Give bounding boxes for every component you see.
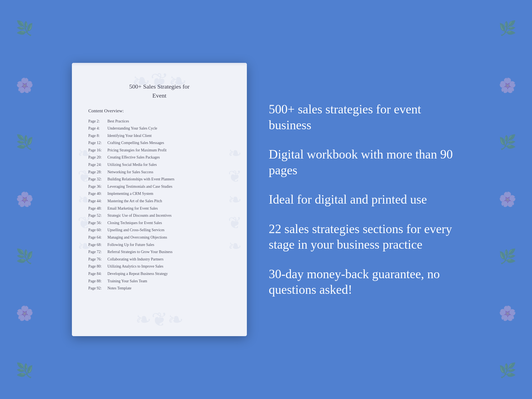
toc-title: Creating Effective Sales Packages [107, 155, 160, 159]
table-of-contents: Page 2:Best PracticesPage 4:Understandin… [88, 118, 230, 292]
toc-title: Leveraging Testimonials and Case Studies [107, 184, 173, 189]
toc-item: Page 16:Pricing Strategies for Maximum P… [88, 146, 230, 154]
floral-icon: 🌿 [499, 363, 516, 378]
toc-item: Page 2:Best Practices [88, 118, 230, 125]
toc-title: Implementing a CRM System [107, 192, 153, 196]
toc-item: Page 56:Closing Techniques for Event Sal… [88, 219, 230, 227]
toc-page-number: Page 72: [88, 249, 107, 255]
toc-page-number: Page 56: [88, 220, 107, 226]
toc-page-number: Page 68: [88, 242, 107, 248]
toc-page-number: Page 64: [88, 235, 107, 240]
toc-page-number: Page 36: [88, 184, 107, 189]
toc-title: Closing Techniques for Event Sales [107, 221, 162, 225]
toc-title: Managing and Overcoming Objections [107, 235, 167, 239]
toc-page-number: Page 76: [88, 257, 107, 262]
toc-title: Utilizing Analytics to Improve Sales [107, 264, 163, 268]
toc-title: Crafting Compelling Sales Messages [107, 141, 164, 145]
document-mockup: ❧❦❧ ❧ ❦ ❧ ❦ ❧ ❧ ❦ ❧ ❦ ❧ ❧❦❧ 500+ Sales S… [72, 63, 247, 336]
toc-title: Developing a Repeat Business Strategy [107, 272, 168, 276]
toc-item: Page 32:Building Relationships with Even… [88, 176, 230, 183]
toc-title: Training Your Sales Team [107, 279, 147, 283]
toc-item: Page 92:Notes Template [88, 285, 230, 292]
toc-title: Identifying Your Ideal Client [107, 134, 152, 138]
toc-title: Following Up for Future Sales [107, 243, 154, 247]
toc-page-number: Page 20: [88, 155, 107, 160]
toc-item: Page 12:Crafting Compelling Sales Messag… [88, 139, 230, 147]
toc-item: Page 52:Strategic Use of Discounts and I… [88, 212, 230, 219]
toc-item: Page 48:Email Marketing for Event Sales [88, 205, 230, 212]
main-container: ❧❦❧ ❧ ❦ ❧ ❦ ❧ ❧ ❦ ❧ ❦ ❧ ❧❦❧ 500+ Sales S… [0, 63, 532, 336]
toc-item: Page 72:Referral Strategies to Grow Your… [88, 248, 230, 256]
features-panel: 500+ sales strategies for event business… [269, 101, 460, 298]
toc-page-number: Page 16: [88, 148, 107, 153]
toc-item: Page 20:Creating Effective Sales Package… [88, 154, 230, 161]
toc-page-number: Page 2: [88, 119, 107, 124]
toc-item: Page 80:Utilizing Analytics to Improve S… [88, 263, 230, 270]
toc-page-number: Page 52: [88, 213, 107, 218]
toc-item: Page 76:Collaborating with Industry Part… [88, 256, 230, 263]
floral-icon: 🌿 [499, 21, 516, 36]
toc-item: Page 84:Developing a Repeat Business Str… [88, 270, 230, 277]
toc-item: Page 28:Networking for Sales Success [88, 168, 230, 176]
feature-text: Ideal for digital and printed use [269, 192, 460, 207]
toc-item: Page 68:Following Up for Future Sales [88, 241, 230, 248]
toc-page-number: Page 40: [88, 191, 107, 196]
toc-title: Networking for Sales Success [107, 170, 153, 174]
toc-item: Page 4:Understanding Your Sales Cycle [88, 125, 230, 132]
toc-page-number: Page 24: [88, 162, 107, 168]
feature-text: Digital workbook with more than 90 pages [269, 146, 460, 178]
toc-title: Strategic Use of Discounts and Incentive… [107, 213, 171, 218]
toc-page-number: Page 8: [88, 133, 107, 139]
toc-item: Page 60:Upselling and Cross-Selling Serv… [88, 227, 230, 234]
toc-page-number: Page 48: [88, 206, 107, 211]
toc-title: Email Marketing for Event Sales [107, 206, 158, 210]
toc-item: Page 8:Identifying Your Ideal Client [88, 132, 230, 139]
toc-page-number: Page 44: [88, 198, 107, 204]
toc-title: Building Relationships with Event Planne… [107, 177, 174, 181]
toc-title: Mastering the Art of the Sales Pitch [107, 199, 162, 203]
toc-title: Notes Template [107, 286, 131, 290]
toc-item: Page 40:Implementing a CRM System [88, 190, 230, 198]
toc-item: Page 36:Leveraging Testimonials and Case… [88, 183, 230, 190]
toc-page-number: Page 84: [88, 271, 107, 277]
toc-item: Page 44:Mastering the Art of the Sales P… [88, 198, 230, 205]
toc-page-number: Page 88: [88, 278, 107, 284]
feature-text: 500+ sales strategies for event business [269, 101, 460, 133]
toc-title: Collaborating with Industry Partners [107, 257, 163, 261]
toc-title: Upselling and Cross-Selling Services [107, 228, 165, 232]
toc-page-number: Page 32: [88, 177, 107, 182]
toc-title: Utilizing Social Media for Sales [107, 163, 157, 167]
toc-item: Page 64:Managing and Overcoming Objectio… [88, 234, 230, 241]
floral-icon: 🌿 [16, 363, 34, 378]
toc-page-number: Page 28: [88, 169, 107, 175]
toc-header: Content Overview: [88, 108, 230, 114]
toc-title: Pricing Strategies for Maximum Profit [107, 148, 166, 152]
toc-title: Best Practices [107, 119, 129, 123]
toc-item: Page 24:Utilizing Social Media for Sales [88, 161, 230, 169]
feature-text: 22 sales strategies sections for every s… [269, 221, 460, 253]
floral-icon: 🌿 [16, 21, 34, 36]
toc-page-number: Page 12: [88, 140, 107, 146]
toc-page-number: Page 60: [88, 227, 107, 233]
toc-title: Referral Strategies to Grow Your Busines… [107, 250, 173, 254]
toc-page-number: Page 92: [88, 286, 107, 291]
doc-watermark-bottom: ❧❦❧ [135, 308, 184, 331]
toc-title: Understanding Your Sales Cycle [107, 126, 157, 130]
toc-page-number: Page 4: [88, 126, 107, 131]
document-title: 500+ Sales Strategies for Event [88, 82, 230, 100]
toc-item: Page 88:Training Your Sales Team [88, 277, 230, 285]
toc-page-number: Page 80: [88, 264, 107, 269]
feature-text: 30-day money-back guarantee, no question… [269, 266, 460, 298]
